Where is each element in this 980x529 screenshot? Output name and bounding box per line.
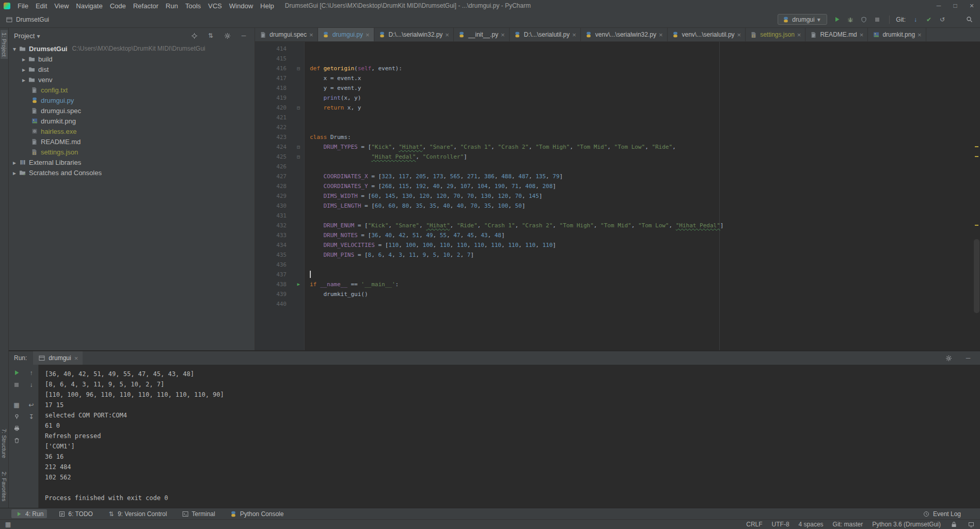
editor-tab-drumgui-py[interactable]: drumgui.py× <box>318 28 374 41</box>
close-tab-icon[interactable]: × <box>797 32 801 38</box>
fold-marker-icon[interactable]: ⊟ <box>297 142 300 152</box>
menu-navigate[interactable]: Navigate <box>72 2 106 10</box>
close-tab-icon[interactable]: × <box>572 32 576 38</box>
editor-tab-venv-serialwin32-py[interactable]: venv\...\serialwin32.py× <box>581 28 668 41</box>
editor-tab-venv-serialutil-py[interactable]: venv\...\serialutil.py× <box>668 28 746 41</box>
tool-stripe-project[interactable]: 1: Project <box>1 30 8 59</box>
close-tab-icon[interactable]: × <box>918 32 922 38</box>
code-line[interactable]: DRUM_TYPES = ["Kick", "Hihat", "Snare", … <box>305 142 973 152</box>
line-number[interactable]: 440 <box>276 301 287 307</box>
line-number[interactable]: 429 <box>276 193 287 199</box>
editor-tab-drumkit-png[interactable]: drumkit.png× <box>868 28 926 41</box>
tree-item-drumgui-spec[interactable]: drumgui.spec <box>9 105 255 116</box>
toolwindow-switcher-icon[interactable]: ▦ <box>4 521 12 528</box>
code-line[interactable] <box>305 260 973 270</box>
stop-button[interactable] <box>13 381 21 388</box>
line-number[interactable]: 434 <box>276 242 287 248</box>
close-run-tab-icon[interactable]: × <box>74 355 78 362</box>
line-number[interactable]: 436 <box>276 261 287 268</box>
git-commit-button[interactable]: ✔ <box>923 17 935 23</box>
line-number[interactable]: 427 <box>276 173 287 180</box>
menu-vcs[interactable]: VCS <box>204 2 226 10</box>
line-number[interactable]: 437 <box>276 271 287 278</box>
warning-stripe-mark[interactable] <box>975 146 978 147</box>
project-view-label[interactable]: Project <box>14 32 35 40</box>
tree-item-build[interactable]: ▸build <box>9 54 255 64</box>
lock-icon[interactable] <box>950 521 958 528</box>
code-line[interactable]: DRUM_PINS = [8, 6, 4, 3, 11, 9, 5, 10, 2… <box>305 250 973 260</box>
code-line[interactable] <box>305 270 973 279</box>
run-configuration-select[interactable]: drumgui ▾ <box>778 14 827 25</box>
tree-item-drumgui-py[interactable]: drumgui.py <box>9 95 255 105</box>
line-number[interactable]: 430 <box>276 203 287 209</box>
code-line[interactable] <box>305 122 973 132</box>
scroll-end-button[interactable]: ↧ <box>27 413 35 421</box>
code-line[interactable]: x = event.x <box>305 73 973 83</box>
toolwindow-button-event-log[interactable]: Event Log <box>919 509 965 518</box>
tree-item-readme-md[interactable]: README.md <box>9 136 255 147</box>
git-update-button[interactable]: ↓ <box>910 17 921 23</box>
code-line[interactable]: print(x, y) <box>305 93 973 103</box>
locate-button[interactable] <box>188 33 200 39</box>
editor-tab-readme-md[interactable]: README.md× <box>805 28 868 41</box>
tree-item-venv[interactable]: ▸venv <box>9 74 255 85</box>
line-number[interactable]: 416 <box>276 65 287 72</box>
run-button[interactable] <box>831 17 843 23</box>
close-tab-icon[interactable]: × <box>659 32 663 38</box>
rerun-button[interactable] <box>13 369 21 377</box>
menu-edit[interactable]: Edit <box>32 2 51 10</box>
close-tab-icon[interactable]: × <box>309 32 313 38</box>
chevron-down-icon[interactable]: ▾ <box>37 32 40 40</box>
line-number[interactable]: 420 <box>276 104 287 111</box>
chevron-right-icon[interactable]: ▸ <box>22 55 25 63</box>
toolwindow-button-4-run[interactable]: 4: Run <box>11 509 47 518</box>
fold-marker-icon[interactable]: ⊟ <box>297 64 300 73</box>
code-line[interactable] <box>305 211 973 221</box>
code-line[interactable]: COORDINATES_Y = [268, 115, 192, 40, 29, … <box>305 181 973 191</box>
line-number[interactable]: 422 <box>276 124 287 131</box>
status-utf-8[interactable]: UTF-8 <box>772 521 789 528</box>
line-number[interactable]: 423 <box>276 134 287 141</box>
code-line[interactable]: def getorigin(self, event): <box>305 64 973 73</box>
line-number[interactable]: 418 <box>276 85 287 91</box>
tool-stripe-favorites[interactable]: 2: Favorites <box>1 469 8 504</box>
restore-layout-button[interactable]: ▦ <box>13 401 21 409</box>
maximize-button[interactable]: □ <box>947 0 963 11</box>
minimize-button[interactable]: ─ <box>930 0 947 11</box>
toolwindow-button-terminal[interactable]: Terminal <box>178 509 218 518</box>
chevron-right-icon[interactable]: ▸ <box>22 76 25 84</box>
warning-stripe-mark[interactable] <box>975 225 978 226</box>
line-number[interactable]: 435 <box>276 252 287 258</box>
menu-view[interactable]: View <box>51 2 72 10</box>
code-line[interactable]: class Drums: <box>305 132 973 142</box>
menu-refactor[interactable]: Refactor <box>130 2 162 10</box>
soft-wrap-button[interactable]: ↩ <box>27 401 35 409</box>
code-line[interactable]: y = event.y <box>305 83 973 93</box>
editor-tab-d-serialutil-py[interactable]: D:\...\serialutil.py× <box>510 28 581 41</box>
hide-button[interactable]: ─ <box>238 33 249 39</box>
code-line[interactable]: DRUM_NOTES = [36, 40, 42, 51, 49, 55, 47… <box>305 230 973 240</box>
editor-tab-settings-json[interactable]: {}settings.json× <box>746 28 805 41</box>
editor-tab-d-serialwin32-py[interactable]: D:\...\serialwin32.py× <box>374 28 454 41</box>
monitor-icon[interactable] <box>967 521 975 528</box>
code-line[interactable]: return x, y <box>305 103 973 113</box>
code-area[interactable]: def getorigin(self, event): x = event.x … <box>305 44 973 309</box>
line-number[interactable]: 424 <box>276 144 287 150</box>
code-line[interactable]: DIMS_LENGTH = [60, 60, 80, 35, 35, 40, 4… <box>305 201 973 211</box>
line-number[interactable]: 414 <box>276 45 287 52</box>
editor-body[interactable]: 414415416⊟417418419420⊟421422423424⊟425⊟… <box>255 42 980 350</box>
run-line-icon[interactable]: ▶ <box>297 279 300 289</box>
editor-tab-init-py[interactable]: __init__.py× <box>454 28 510 41</box>
close-tab-icon[interactable]: × <box>366 32 370 38</box>
chevron-down-icon[interactable]: ▾ <box>13 45 16 53</box>
hide-button[interactable]: ─ <box>962 355 974 362</box>
editor-tab-drumgui-spec[interactable]: drumgui.spec× <box>255 28 318 41</box>
tree-item-settings-json[interactable]: {}settings.json <box>9 147 255 157</box>
tree-item-dist[interactable]: ▸dist <box>9 64 255 74</box>
chevron-right-icon[interactable]: ▸ <box>13 169 16 177</box>
pin-button[interactable] <box>13 413 21 421</box>
code-line[interactable] <box>305 113 973 122</box>
code-line[interactable] <box>305 54 973 64</box>
line-number[interactable]: 417 <box>276 75 287 82</box>
close-tab-icon[interactable]: × <box>737 32 741 38</box>
